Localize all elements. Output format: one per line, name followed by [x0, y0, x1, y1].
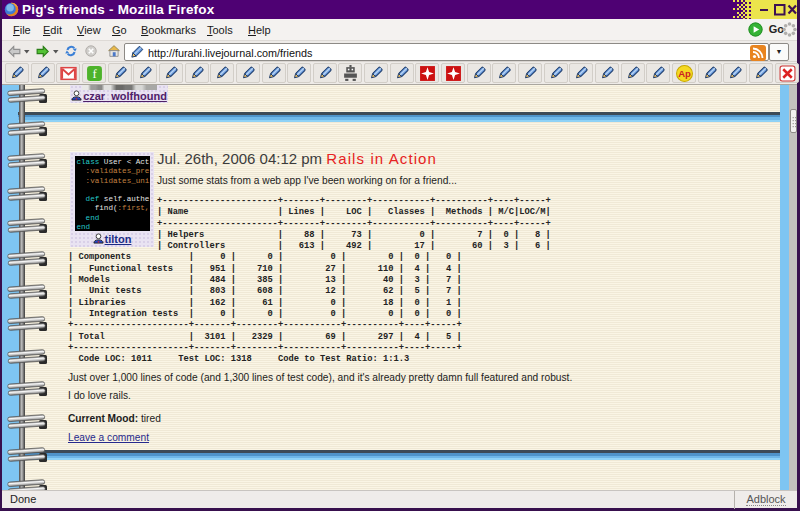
svg-text:Ap: Ap	[678, 68, 691, 79]
